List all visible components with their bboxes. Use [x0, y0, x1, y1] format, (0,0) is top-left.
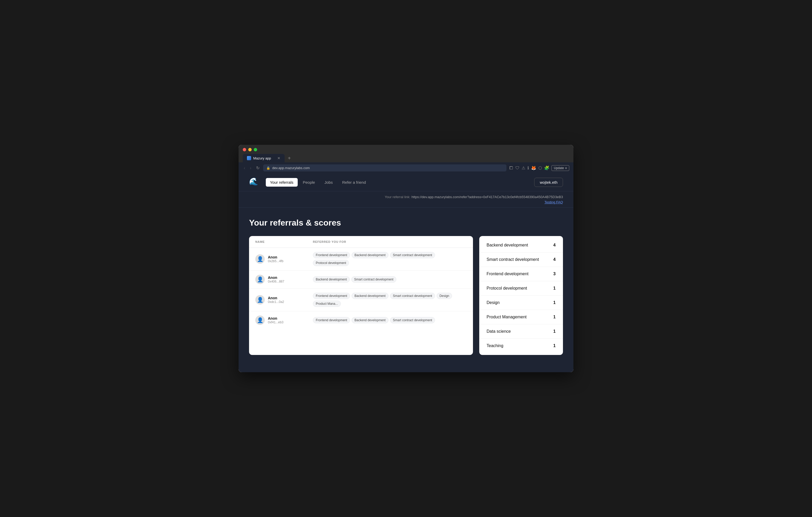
- user-address: 0xf41...eb3: [268, 321, 283, 324]
- score-row: Backend development 4: [479, 238, 563, 252]
- nav-people[interactable]: People: [299, 178, 319, 187]
- table-row: 👤 Anon 0xf41...eb3 Frontend development …: [249, 311, 473, 329]
- tag: Smart contract development: [351, 276, 396, 282]
- table-row: 👤 Anon 0x2b5...4fb Frontend development …: [249, 248, 473, 271]
- score-label: Protocol development: [487, 286, 527, 291]
- score-value: 1: [553, 286, 556, 291]
- close-button[interactable]: [243, 148, 246, 151]
- score-value: 1: [553, 343, 556, 348]
- main-content: Your referrals & scores NAME REFERRED YO…: [239, 208, 573, 365]
- traffic-lights: [243, 148, 569, 151]
- tag: Backend development: [352, 252, 388, 258]
- score-label: Teaching: [487, 343, 503, 348]
- tag: Frontend development: [313, 317, 350, 323]
- update-button[interactable]: Update ≡: [551, 165, 569, 171]
- user-cell: 👤 Anon 0xf41...eb3: [255, 315, 313, 325]
- referral-bar: Your referral link: https://dev.app.mazu…: [239, 191, 573, 208]
- score-label: Frontend development: [487, 272, 528, 276]
- score-value: 1: [553, 329, 556, 334]
- user-address: 0xdc1...0a2: [268, 300, 284, 304]
- reload-button[interactable]: ↻: [255, 165, 261, 171]
- user-info: Anon 0xdc1...0a2: [268, 296, 284, 304]
- nav-your-referrals[interactable]: Your referrals: [266, 178, 298, 187]
- browser-window: Mazury app ✕ + ‹ › ↻ 🔒 dev.app.mazurylab…: [239, 145, 573, 372]
- tag: Product Mana...: [313, 301, 341, 307]
- table-row: 👤 Anon 0x406...887 Backend development S…: [249, 271, 473, 288]
- tag: Frontend development: [313, 252, 350, 258]
- avatar: 👤: [255, 275, 265, 284]
- new-tab-button[interactable]: +: [286, 154, 293, 162]
- alert-icon[interactable]: ⚠: [522, 165, 525, 171]
- user-cell: 👤 Anon 0x406...887: [255, 275, 313, 284]
- testing-faq-link[interactable]: Testing FAQ: [249, 200, 563, 204]
- page-title: Your referrals & scores: [249, 218, 563, 227]
- user-info: Anon 0x2b5...4fb: [268, 255, 283, 263]
- shield-icon[interactable]: 🛡: [515, 166, 520, 171]
- user-info: Anon 0xf41...eb3: [268, 316, 283, 324]
- score-value: 3: [553, 272, 556, 276]
- user-address: 0x2b5...4fb: [268, 259, 283, 263]
- tag: Design: [437, 293, 452, 299]
- fox-icon[interactable]: 🦊: [531, 165, 536, 171]
- user-info: Anon 0x406...887: [268, 275, 284, 283]
- table-row: 👤 Anon 0xdc1...0a2 Frontend development …: [249, 288, 473, 311]
- minimize-button[interactable]: [248, 148, 252, 151]
- active-tab[interactable]: Mazury app ✕: [243, 154, 285, 162]
- score-row: Protocol development 1: [479, 281, 563, 296]
- user-cell: 👤 Anon 0xdc1...0a2: [255, 295, 313, 304]
- score-value: 1: [553, 315, 556, 320]
- wallet-button[interactable]: wojtek.eth: [534, 178, 563, 187]
- tab-favicon: [247, 156, 251, 160]
- user-address: 0x406...887: [268, 280, 284, 283]
- score-row: Design 1: [479, 296, 563, 310]
- address-bar[interactable]: 🔒 dev.app.mazurylabs.com: [263, 164, 507, 172]
- maximize-button[interactable]: [254, 148, 257, 151]
- content-grid: NAME REFERRED YOU FOR 👤 Anon 0x2b5...4fb: [249, 236, 563, 355]
- extension-icon[interactable]: ⬡: [539, 165, 542, 171]
- referral-link-label: Your referral link:: [385, 195, 410, 199]
- scores-panel: Backend development 4 Smart contract dev…: [479, 236, 563, 355]
- tags-cell: Backend development Smart contract devel…: [313, 276, 467, 282]
- score-label: Design: [487, 300, 500, 305]
- user-name: Anon: [268, 255, 283, 259]
- forward-button[interactable]: ›: [249, 165, 252, 171]
- user-name: Anon: [268, 316, 283, 321]
- score-label: Data science: [487, 329, 511, 334]
- tab-close-icon[interactable]: ✕: [277, 156, 281, 160]
- table-header: NAME REFERRED YOU FOR: [249, 236, 473, 248]
- user-name: Anon: [268, 296, 284, 300]
- app-container: 🌊 Your referrals People Jobs Refer a fri…: [239, 174, 573, 372]
- tab-title: Mazury app: [253, 156, 275, 160]
- url-text: dev.app.mazurylabs.com: [272, 166, 503, 170]
- score-value: 4: [553, 257, 556, 262]
- score-row: Data science 1: [479, 324, 563, 339]
- col-referred-header: REFERRED YOU FOR: [313, 240, 467, 243]
- referral-link-url: https://dev.app.mazurylabs.com/refer?add…: [411, 195, 563, 199]
- browser-icons: ⧠ 🛡 ⚠ ℹ 🦊 ⬡ 🧩 Update ≡: [509, 165, 569, 171]
- score-row: Smart contract development 4: [479, 252, 563, 267]
- user-name: Anon: [268, 275, 284, 280]
- score-label: Product Management: [487, 315, 527, 320]
- nav-links: Your referrals People Jobs Refer a frien…: [266, 178, 534, 187]
- tag: Backend development: [313, 276, 350, 282]
- tag: Backend development: [352, 293, 388, 299]
- tag: Smart contract development: [390, 293, 435, 299]
- nav-jobs[interactable]: Jobs: [320, 178, 337, 187]
- bookmark-icon[interactable]: ⧠: [509, 166, 513, 171]
- user-cell: 👤 Anon 0x2b5...4fb: [255, 254, 313, 264]
- back-button[interactable]: ‹: [243, 165, 246, 171]
- tags-cell: Frontend development Backend development…: [313, 252, 467, 266]
- tab-bar: Mazury app ✕ +: [243, 154, 569, 162]
- tag: Protocol development: [313, 260, 349, 266]
- app-logo: 🌊: [249, 177, 260, 188]
- referrals-table: NAME REFERRED YOU FOR 👤 Anon 0x2b5...4fb: [249, 236, 473, 355]
- info-icon[interactable]: ℹ: [527, 165, 529, 171]
- avatar: 👤: [255, 254, 265, 264]
- avatar: 👤: [255, 315, 265, 325]
- avatar: 👤: [255, 295, 265, 304]
- puzzle-icon[interactable]: 🧩: [544, 165, 549, 171]
- col-name-header: NAME: [255, 240, 313, 243]
- tag: Frontend development: [313, 293, 350, 299]
- browser-toolbar: ‹ › ↻ 🔒 dev.app.mazurylabs.com ⧠ 🛡 ⚠ ℹ 🦊…: [239, 162, 573, 174]
- nav-refer-a-friend[interactable]: Refer a friend: [338, 178, 370, 187]
